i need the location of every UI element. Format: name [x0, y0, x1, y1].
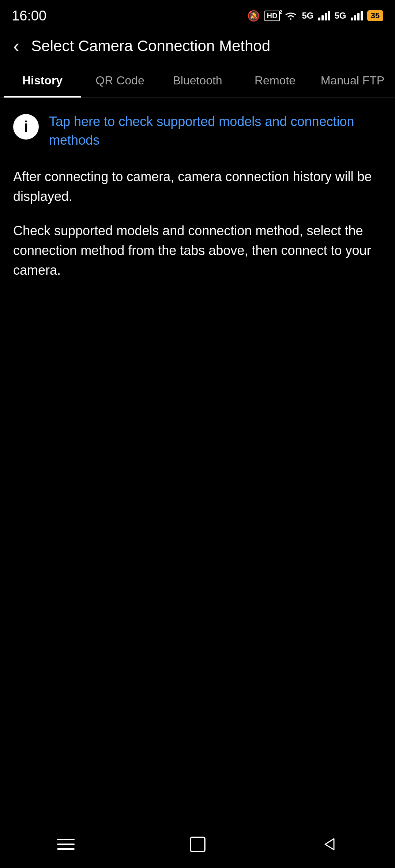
page-title: Select Camera Connection Method [31, 37, 270, 55]
body-text-2: Check supported models and connection me… [13, 221, 382, 280]
signal-bars-2 [351, 11, 363, 20]
tab-qrcode[interactable]: QR Code [81, 63, 159, 98]
tab-history[interactable]: History [4, 63, 81, 98]
tab-bar: History QR Code Bluetooth Remote Manual … [0, 63, 395, 98]
5g-label-2: 5G [335, 11, 346, 21]
toolbar: ‹ Select Camera Connection Method [0, 29, 395, 63]
tab-bluetooth[interactable]: Bluetooth [159, 63, 236, 98]
nav-back-button[interactable] [315, 833, 344, 855]
nav-bar [0, 828, 395, 868]
5g-label-1: 5G [302, 11, 313, 21]
content-area: i Tap here to check supported models and… [0, 98, 395, 309]
svg-marker-4 [325, 839, 334, 850]
status-time: 16:00 [12, 8, 46, 24]
body-text-1: After connecting to camera, camera conne… [13, 167, 382, 206]
hd-badge: HD2 [264, 11, 280, 21]
tab-manualftp[interactable]: Manual FTP [314, 63, 391, 98]
back-button[interactable]: ‹ [10, 35, 22, 57]
status-icons: 🔕 HD2 5G 5G 35 [247, 10, 383, 22]
nav-menu-button[interactable] [51, 833, 80, 855]
signal-bars-1 [318, 11, 330, 20]
mute-icon: 🔕 [247, 10, 260, 22]
tab-remote[interactable]: Remote [236, 63, 314, 98]
svg-rect-3 [191, 837, 205, 852]
info-icon: i [13, 114, 39, 140]
info-banner-text: Tap here to check supported models and c… [49, 113, 382, 149]
info-banner[interactable]: i Tap here to check supported models and… [13, 113, 382, 149]
battery-indicator: 35 [367, 10, 383, 21]
nav-home-button[interactable] [183, 833, 212, 855]
wifi-icon [284, 11, 297, 20]
status-bar: 16:00 🔕 HD2 5G 5G 35 [0, 0, 395, 29]
